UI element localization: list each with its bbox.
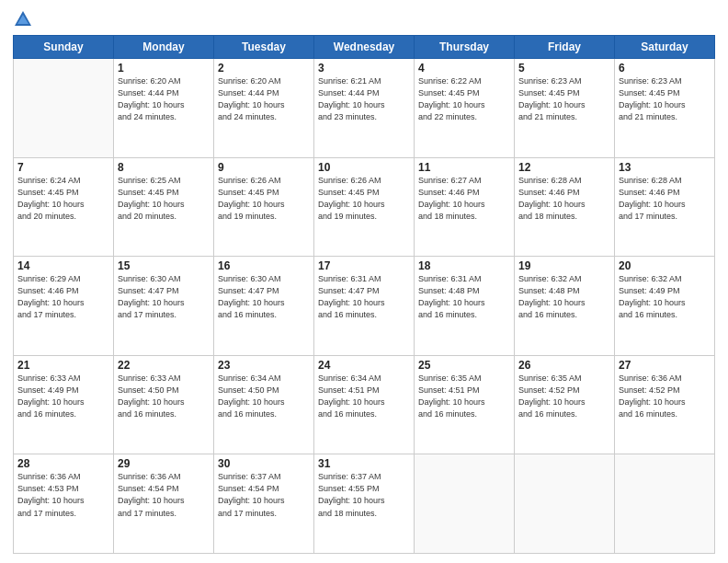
calendar-cell: 18Sunrise: 6:31 AM Sunset: 4:48 PM Dayli…	[415, 257, 515, 356]
calendar-cell	[515, 454, 615, 554]
calendar-table: SundayMondayTuesdayWednesdayThursdayFrid…	[13, 35, 715, 554]
calendar-week-2: 14Sunrise: 6:29 AM Sunset: 4:46 PM Dayli…	[14, 257, 715, 356]
day-info: Sunrise: 6:36 AM Sunset: 4:54 PM Dayligh…	[118, 471, 210, 519]
day-info: Sunrise: 6:31 AM Sunset: 4:48 PM Dayligh…	[418, 273, 510, 321]
weekday-header-monday: Monday	[114, 36, 214, 59]
day-info: Sunrise: 6:33 AM Sunset: 4:50 PM Dayligh…	[118, 373, 210, 420]
day-number: 3	[318, 62, 410, 75]
day-info: Sunrise: 6:36 AM Sunset: 4:53 PM Dayligh…	[17, 471, 109, 519]
calendar-week-1: 7Sunrise: 6:24 AM Sunset: 4:45 PM Daylig…	[14, 157, 715, 257]
day-number: 9	[218, 161, 310, 174]
day-info: Sunrise: 6:25 AM Sunset: 4:45 PM Dayligh…	[118, 175, 210, 223]
weekday-header-sunday: Sunday	[14, 36, 114, 59]
calendar-cell: 13Sunrise: 6:28 AM Sunset: 4:46 PM Dayli…	[615, 157, 715, 257]
day-number: 14	[17, 259, 109, 272]
day-info: Sunrise: 6:35 AM Sunset: 4:51 PM Dayligh…	[418, 373, 510, 420]
day-info: Sunrise: 6:34 AM Sunset: 4:50 PM Dayligh…	[218, 373, 310, 420]
day-number: 1	[118, 62, 210, 75]
header	[13, 9, 715, 29]
weekday-header-saturday: Saturday	[615, 36, 715, 59]
calendar-cell: 12Sunrise: 6:28 AM Sunset: 4:46 PM Dayli…	[515, 157, 615, 257]
day-info: Sunrise: 6:20 AM Sunset: 4:44 PM Dayligh…	[218, 75, 310, 123]
day-info: Sunrise: 6:29 AM Sunset: 4:46 PM Dayligh…	[17, 273, 109, 321]
day-number: 27	[619, 359, 711, 372]
calendar-cell: 10Sunrise: 6:26 AM Sunset: 4:45 PM Dayli…	[314, 157, 415, 257]
calendar-cell	[615, 454, 715, 554]
day-info: Sunrise: 6:33 AM Sunset: 4:49 PM Dayligh…	[17, 373, 109, 420]
day-info: Sunrise: 6:26 AM Sunset: 4:45 PM Dayligh…	[318, 175, 410, 223]
calendar-cell: 27Sunrise: 6:36 AM Sunset: 4:52 PM Dayli…	[615, 355, 715, 454]
calendar-cell: 3Sunrise: 6:21 AM Sunset: 4:44 PM Daylig…	[314, 59, 415, 158]
calendar-cell: 9Sunrise: 6:26 AM Sunset: 4:45 PM Daylig…	[214, 157, 314, 257]
day-info: Sunrise: 6:36 AM Sunset: 4:52 PM Dayligh…	[619, 373, 711, 420]
day-number: 29	[118, 457, 210, 470]
calendar-cell: 20Sunrise: 6:32 AM Sunset: 4:49 PM Dayli…	[615, 257, 715, 356]
page: SundayMondayTuesdayWednesdayThursdayFrid…	[0, 0, 728, 563]
calendar-cell: 28Sunrise: 6:36 AM Sunset: 4:53 PM Dayli…	[14, 454, 114, 554]
calendar-cell: 4Sunrise: 6:22 AM Sunset: 4:45 PM Daylig…	[415, 59, 515, 158]
calendar-week-0: 1Sunrise: 6:20 AM Sunset: 4:44 PM Daylig…	[14, 59, 715, 158]
day-number: 13	[619, 161, 711, 174]
calendar-cell: 11Sunrise: 6:27 AM Sunset: 4:46 PM Dayli…	[415, 157, 515, 257]
calendar-cell	[415, 454, 515, 554]
day-number: 31	[318, 457, 410, 470]
day-number: 22	[118, 359, 210, 372]
day-info: Sunrise: 6:37 AM Sunset: 4:54 PM Dayligh…	[218, 471, 310, 519]
day-number: 28	[17, 457, 109, 470]
day-number: 6	[619, 62, 711, 75]
day-number: 25	[418, 359, 510, 372]
calendar-cell: 31Sunrise: 6:37 AM Sunset: 4:55 PM Dayli…	[314, 454, 415, 554]
day-info: Sunrise: 6:28 AM Sunset: 4:46 PM Dayligh…	[619, 175, 711, 223]
day-number: 7	[17, 161, 109, 174]
calendar-cell: 25Sunrise: 6:35 AM Sunset: 4:51 PM Dayli…	[415, 355, 515, 454]
day-number: 10	[318, 161, 410, 174]
day-number: 16	[218, 259, 310, 272]
day-info: Sunrise: 6:24 AM Sunset: 4:45 PM Dayligh…	[17, 175, 109, 223]
calendar-cell	[14, 59, 114, 158]
calendar-cell: 15Sunrise: 6:30 AM Sunset: 4:47 PM Dayli…	[114, 257, 214, 356]
day-number: 23	[218, 359, 310, 372]
calendar-cell: 22Sunrise: 6:33 AM Sunset: 4:50 PM Dayli…	[114, 355, 214, 454]
day-number: 2	[218, 62, 310, 75]
day-info: Sunrise: 6:27 AM Sunset: 4:46 PM Dayligh…	[418, 175, 510, 223]
day-info: Sunrise: 6:21 AM Sunset: 4:44 PM Dayligh…	[318, 75, 410, 123]
day-info: Sunrise: 6:34 AM Sunset: 4:51 PM Dayligh…	[318, 373, 410, 420]
day-number: 30	[218, 457, 310, 470]
weekday-header-wednesday: Wednesday	[314, 36, 415, 59]
calendar-cell: 5Sunrise: 6:23 AM Sunset: 4:45 PM Daylig…	[515, 59, 615, 158]
day-info: Sunrise: 6:20 AM Sunset: 4:44 PM Dayligh…	[118, 75, 210, 123]
logo-icon	[13, 9, 33, 29]
day-info: Sunrise: 6:26 AM Sunset: 4:45 PM Dayligh…	[218, 175, 310, 223]
weekday-header-row: SundayMondayTuesdayWednesdayThursdayFrid…	[14, 36, 715, 59]
day-number: 19	[518, 259, 610, 272]
calendar-cell: 1Sunrise: 6:20 AM Sunset: 4:44 PM Daylig…	[114, 59, 214, 158]
calendar-cell: 24Sunrise: 6:34 AM Sunset: 4:51 PM Dayli…	[314, 355, 415, 454]
calendar-cell: 16Sunrise: 6:30 AM Sunset: 4:47 PM Dayli…	[214, 257, 314, 356]
calendar-cell: 26Sunrise: 6:35 AM Sunset: 4:52 PM Dayli…	[515, 355, 615, 454]
calendar-cell: 17Sunrise: 6:31 AM Sunset: 4:47 PM Dayli…	[314, 257, 415, 356]
calendar-cell: 7Sunrise: 6:24 AM Sunset: 4:45 PM Daylig…	[14, 157, 114, 257]
day-info: Sunrise: 6:22 AM Sunset: 4:45 PM Dayligh…	[418, 75, 510, 123]
day-number: 12	[518, 161, 610, 174]
day-info: Sunrise: 6:31 AM Sunset: 4:47 PM Dayligh…	[318, 273, 410, 321]
weekday-header-friday: Friday	[515, 36, 615, 59]
calendar-cell: 29Sunrise: 6:36 AM Sunset: 4:54 PM Dayli…	[114, 454, 214, 554]
weekday-header-thursday: Thursday	[415, 36, 515, 59]
calendar-cell: 21Sunrise: 6:33 AM Sunset: 4:49 PM Dayli…	[14, 355, 114, 454]
calendar-cell: 8Sunrise: 6:25 AM Sunset: 4:45 PM Daylig…	[114, 157, 214, 257]
calendar-week-4: 28Sunrise: 6:36 AM Sunset: 4:53 PM Dayli…	[14, 454, 715, 554]
day-info: Sunrise: 6:30 AM Sunset: 4:47 PM Dayligh…	[118, 273, 210, 321]
day-info: Sunrise: 6:32 AM Sunset: 4:48 PM Dayligh…	[518, 273, 610, 321]
calendar-week-3: 21Sunrise: 6:33 AM Sunset: 4:49 PM Dayli…	[14, 355, 715, 454]
day-info: Sunrise: 6:35 AM Sunset: 4:52 PM Dayligh…	[518, 373, 610, 420]
day-number: 17	[318, 259, 410, 272]
day-number: 4	[418, 62, 510, 75]
day-info: Sunrise: 6:28 AM Sunset: 4:46 PM Dayligh…	[518, 175, 610, 223]
day-info: Sunrise: 6:30 AM Sunset: 4:47 PM Dayligh…	[218, 273, 310, 321]
day-number: 11	[418, 161, 510, 174]
calendar-cell: 2Sunrise: 6:20 AM Sunset: 4:44 PM Daylig…	[214, 59, 314, 158]
calendar-cell: 14Sunrise: 6:29 AM Sunset: 4:46 PM Dayli…	[14, 257, 114, 356]
day-info: Sunrise: 6:23 AM Sunset: 4:45 PM Dayligh…	[518, 75, 610, 123]
day-number: 20	[619, 259, 711, 272]
day-number: 8	[118, 161, 210, 174]
